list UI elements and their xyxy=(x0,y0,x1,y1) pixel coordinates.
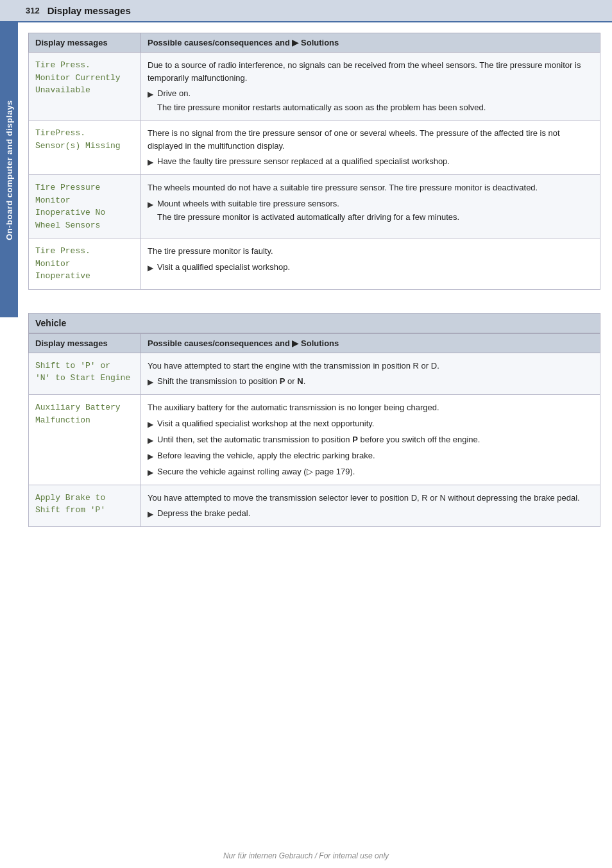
bullet-arrow-icon: ▶ xyxy=(148,262,153,274)
table-row: Tire Press. Monitor Inoperative xyxy=(29,238,141,290)
causes-text: There is no signal from the tire pressur… xyxy=(148,127,593,152)
bullet-text: Drive on.The tire pressure monitor resta… xyxy=(157,87,593,113)
bullet-arrow-icon: ▶ xyxy=(148,435,153,446)
bullet-arrow-icon: ▶ xyxy=(148,467,153,478)
bullet-text: Secure the vehicle against rolling away … xyxy=(157,465,593,478)
table-row: Auxiliary Battery Malfunction xyxy=(29,395,141,485)
bullet-text: Visit a qualified specialist workshop at… xyxy=(157,417,593,430)
page-header: 312 Display messages xyxy=(0,0,612,22)
page-footer: Nur für internen Gebrauch / For internal… xyxy=(0,851,612,860)
bullet-text: Before leaving the vehicle, apply the el… xyxy=(157,449,593,462)
vehicle-table: Display messages Possible causes/consequ… xyxy=(28,333,600,528)
causes-text: Due to a source of radio interference, n… xyxy=(148,59,593,84)
bullet-item: ▶Drive on.The tire pressure monitor rest… xyxy=(148,87,593,113)
main-content: Display messages Possible causes/consequ… xyxy=(0,22,612,553)
vehicle-col1-header: Display messages xyxy=(29,333,141,353)
bullet-detail: The tire pressure monitor is activated a… xyxy=(157,211,593,224)
causes-cell: The auxiliary battery for the automatic … xyxy=(141,395,600,485)
bullet-item: ▶Shift the transmission to position P or… xyxy=(148,375,593,388)
bullet-text: Visit a qualified specialist workshop. xyxy=(157,261,593,274)
causes-text: The auxiliary battery for the automatic … xyxy=(148,401,593,414)
tire-pressure-table: Display messages Possible causes/consequ… xyxy=(28,33,600,290)
table-row: Tire Press. Monitor Currently Unavailabl… xyxy=(29,53,141,121)
page-number: 312 xyxy=(26,6,40,15)
bullet-arrow-icon: ▶ xyxy=(148,376,153,388)
bullet-arrow-icon: ▶ xyxy=(148,419,153,430)
vehicle-col2-header: Possible causes/consequences and ▶ Solut… xyxy=(141,333,600,353)
causes-cell: There is no signal from the tire pressur… xyxy=(141,121,600,175)
table-row: TirePress. Sensor(s) Missing xyxy=(29,121,141,175)
bullet-arrow-icon: ▶ xyxy=(148,508,153,520)
bullet-text: Shift the transmission to position P or … xyxy=(157,375,593,388)
tire-col2-header: Possible causes/consequences and ▶ Solut… xyxy=(141,33,600,53)
table-row: Apply Brake to Shift from 'P' xyxy=(29,485,141,527)
bullet-item: ▶Visit a qualified specialist workshop. xyxy=(148,261,593,274)
bullet-item: ▶Secure the vehicle against rolling away… xyxy=(148,465,593,478)
bullet-arrow-icon: ▶ xyxy=(148,156,153,168)
bullet-arrow-icon: ▶ xyxy=(148,88,153,100)
causes-text: The wheels mounted do not have a suitabl… xyxy=(148,181,593,194)
tire-col1-header: Display messages xyxy=(29,33,141,53)
causes-text: The tire pressure monitor is faulty. xyxy=(148,245,593,258)
bullet-text: Mount wheels with suitable tire pressure… xyxy=(157,197,593,224)
causes-cell: You have attempted to move the transmiss… xyxy=(141,485,600,527)
causes-text: You have attempted to move the transmiss… xyxy=(148,492,593,505)
causes-cell: You have attempted to start the engine w… xyxy=(141,353,600,395)
page-title: Display messages xyxy=(47,5,131,16)
side-tab: On-board computer and displays xyxy=(0,22,18,317)
bullet-item: ▶Until then, set the automatic transmiss… xyxy=(148,433,593,446)
bullet-text: Depress the brake pedal. xyxy=(157,507,593,520)
bullet-text: Until then, set the automatic transmissi… xyxy=(157,433,593,446)
bullet-detail: The tire pressure monitor restarts autom… xyxy=(157,101,593,114)
bullet-item: ▶Have the faulty tire pressure sensor re… xyxy=(148,155,593,168)
vehicle-section-header: Vehicle xyxy=(28,313,600,333)
table-row: Shift to 'P' or 'N' to Start Engine xyxy=(29,353,141,395)
causes-cell: Due to a source of radio interference, n… xyxy=(141,53,600,121)
bullet-item: ▶Visit a qualified specialist workshop a… xyxy=(148,417,593,430)
bullet-item: ▶Mount wheels with suitable tire pressur… xyxy=(148,197,593,224)
table-row: Tire Pressure Monitor Inoperative No Whe… xyxy=(29,175,141,238)
bullet-item: ▶Before leaving the vehicle, apply the e… xyxy=(148,449,593,462)
bullet-text: Have the faulty tire pressure sensor rep… xyxy=(157,155,593,168)
bullet-arrow-icon: ▶ xyxy=(148,199,153,210)
causes-cell: The wheels mounted do not have a suitabl… xyxy=(141,175,600,238)
bullet-item: ▶Depress the brake pedal. xyxy=(148,507,593,520)
bullet-arrow-icon: ▶ xyxy=(148,451,153,462)
causes-text: You have attempted to start the engine w… xyxy=(148,360,593,372)
causes-cell: The tire pressure monitor is faulty.▶Vis… xyxy=(141,238,600,290)
side-tab-label: On-board computer and displays xyxy=(4,100,14,240)
